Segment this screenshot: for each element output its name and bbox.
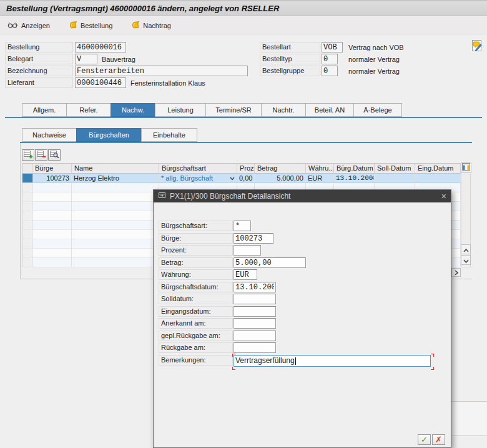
col-prozent[interactable]: Prozent	[237, 163, 255, 174]
col-buerg-datum[interactable]: Bürg.Datum	[334, 163, 375, 174]
table-cell[interactable]	[72, 192, 159, 201]
table-cell[interactable]	[32, 211, 72, 220]
table-cell[interactable]	[32, 183, 72, 192]
row-select-cell[interactable]	[22, 249, 32, 257]
cell-buerge[interactable]: 100273	[32, 174, 72, 182]
prozent-input[interactable]	[234, 245, 261, 256]
cell-betrag[interactable]: 5.000,00	[255, 174, 306, 182]
services-note-button[interactable]	[470, 39, 484, 53]
table-cell[interactable]	[32, 192, 72, 201]
lieferant-field[interactable]	[75, 77, 126, 88]
table-cell[interactable]	[32, 258, 72, 267]
scroll-down-button[interactable]	[461, 255, 471, 265]
bestelltyp-field[interactable]	[322, 54, 338, 64]
cell-eing-datum[interactable]	[415, 174, 461, 182]
table-cell[interactable]	[72, 221, 159, 229]
tab-buergschaften[interactable]: Bürgschaften	[76, 128, 142, 142]
cell-soll-datum[interactable]	[375, 174, 415, 182]
cell-buerg-datum[interactable]: 13.10.2008	[334, 174, 375, 182]
column-config-button[interactable]	[461, 162, 471, 173]
table-row-selected[interactable]: 100273 Herzog Elektro * allg. Bürgschaft…	[22, 174, 461, 183]
betrag-input[interactable]	[234, 257, 306, 268]
scroll-right-button[interactable]	[451, 268, 461, 277]
buerge-input[interactable]	[234, 233, 273, 244]
row-select-cell[interactable]	[22, 174, 32, 182]
col-buerge[interactable]: Bürge	[32, 163, 72, 174]
row-select-cell[interactable]	[22, 230, 32, 239]
row-select-cell[interactable]	[22, 183, 32, 192]
tab-refer[interactable]: Refer.	[66, 103, 111, 117]
row-select-cell[interactable]	[22, 192, 32, 201]
sub-tab-underline	[20, 142, 472, 143]
table-cell[interactable]	[72, 239, 159, 248]
row-select-cell[interactable]	[22, 221, 32, 229]
tab-einbehalte[interactable]: Einbehalte	[141, 128, 197, 142]
cell-name[interactable]: Herzog Elektro	[72, 174, 159, 182]
detail-view-button[interactable]	[48, 149, 61, 161]
delete-row-button[interactable]	[35, 149, 47, 161]
anerkannt-am-input[interactable]	[234, 318, 276, 329]
scroll-icon	[69, 21, 77, 30]
anzeigen-button[interactable]: Anzeigen	[5, 20, 52, 31]
col-betrag[interactable]: Betrag	[255, 163, 306, 174]
cell-buergschaftsart-dropdown[interactable]: * allg. Bürgschaft	[159, 174, 237, 182]
table-cell[interactable]	[72, 258, 159, 267]
bestellung-button[interactable]: Bestellung	[66, 19, 115, 31]
row-select-cell[interactable]	[22, 239, 32, 248]
tab-nachtr[interactable]: Nachtr.	[261, 103, 306, 117]
table-cell[interactable]	[72, 211, 159, 220]
insert-row-button[interactable]	[22, 149, 34, 161]
table-cell[interactable]	[72, 249, 159, 257]
row-select-cell[interactable]	[22, 258, 32, 267]
close-icon[interactable]: ×	[441, 192, 446, 201]
row-select-cell[interactable]	[22, 211, 32, 220]
col-waehrung[interactable]: Währu...	[306, 163, 334, 174]
tab-ae-belege[interactable]: Ä-Belege	[353, 103, 402, 117]
tab-nachweise[interactable]: Nachweise	[22, 128, 77, 142]
tab-nachw[interactable]: Nachw.	[111, 103, 155, 117]
col-eing-datum[interactable]: Eing.Datum	[415, 163, 461, 174]
table-cell[interactable]	[32, 249, 72, 257]
table-cell[interactable]	[72, 230, 159, 239]
bestellart-field[interactable]	[322, 42, 343, 52]
buergschaftsart-input[interactable]	[234, 221, 251, 231]
cancel-button[interactable]: ✗	[432, 434, 445, 445]
tab-beteil-an[interactable]: Beteil. AN	[305, 103, 354, 117]
col-name[interactable]: Name	[72, 163, 159, 174]
bemerkungen-input[interactable]: Verrtragserfüllung	[234, 355, 431, 367]
table-cell[interactable]	[72, 183, 159, 192]
tab-leistung[interactable]: Leistung	[155, 103, 206, 117]
bezeichnung-field[interactable]	[75, 66, 248, 76]
buergschaftsdatum-input[interactable]	[234, 282, 276, 292]
row-select-cell[interactable]	[22, 202, 32, 211]
scroll-up-button[interactable]	[461, 244, 471, 254]
table-cell[interactable]	[32, 202, 72, 211]
belegart-field[interactable]	[75, 54, 97, 64]
table-cell[interactable]	[32, 230, 72, 239]
col-buergschaftsart[interactable]: Bürgschaftsart	[159, 163, 237, 174]
bestellart-field-label: Bestellart	[260, 42, 320, 52]
table-cell[interactable]	[72, 202, 159, 211]
tab-termine-sr[interactable]: Termine/SR	[205, 103, 262, 117]
table-cell[interactable]	[32, 221, 72, 229]
select-all-header[interactable]	[22, 163, 32, 174]
bestellung-field[interactable]	[75, 42, 126, 52]
eingangsdatum-input[interactable]	[234, 306, 276, 317]
col-soll-datum[interactable]: Soll-Datum	[375, 163, 415, 174]
bestellgruppe-field[interactable]	[322, 66, 338, 76]
buergschaft-detail-dialog: PX1(1)/300 Bürgschaft Detailansicht × Bü…	[153, 189, 451, 448]
delete-row-icon	[37, 150, 46, 161]
cell-prozent[interactable]: 0,00	[237, 174, 255, 182]
cell-waehrung[interactable]: EUR	[306, 174, 334, 182]
nachtrag-button[interactable]: Nachtrag	[129, 19, 174, 31]
tab-allgem[interactable]: Allgem.	[22, 103, 67, 117]
rueckgabe-am-input[interactable]	[234, 342, 276, 353]
gepl-rueckgabe-input[interactable]	[234, 331, 276, 341]
belegart-field-label: Belegart	[5, 54, 73, 64]
solldatum-input[interactable]	[234, 294, 276, 304]
dialog-titlebar[interactable]: PX1(1)/300 Bürgschaft Detailansicht ×	[154, 190, 451, 202]
waehrung-input[interactable]	[234, 269, 257, 280]
table-cell[interactable]	[32, 239, 72, 248]
magnifier-table-icon	[50, 150, 59, 161]
confirm-button[interactable]: ✓	[418, 434, 431, 445]
